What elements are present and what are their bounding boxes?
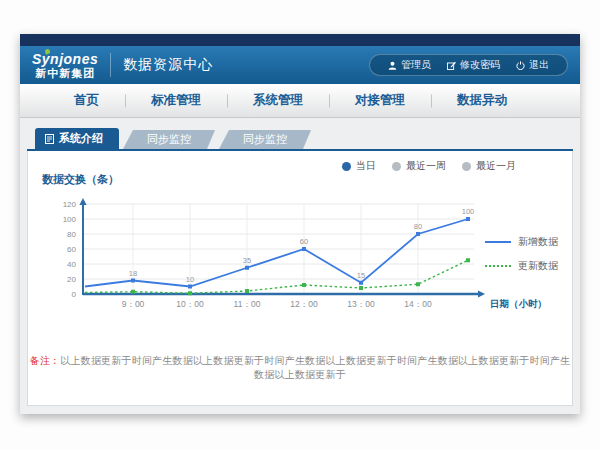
svg-text:40: 40 (67, 260, 76, 269)
app-header: Synjones 新中新集团 数据资源中心 管理员 修改密码 退出 (20, 46, 580, 84)
svg-text:20: 20 (67, 275, 76, 284)
svg-text:35: 35 (243, 256, 251, 265)
tab-sync-monitor-1[interactable]: 同步监控 (123, 130, 215, 149)
tab-label: 系统介绍 (59, 131, 103, 146)
username-label: 管理员 (401, 58, 431, 72)
chart-axes: 0204060801001209：0010：0011：0012：0013：001… (63, 198, 547, 310)
content-area: 系统介绍 同步监控 同步监控 当日 最近一周 (20, 118, 580, 414)
svg-text:15: 15 (357, 271, 365, 280)
svg-text:80: 80 (67, 230, 76, 239)
change-password-button[interactable]: 修改密码 (439, 58, 508, 72)
svg-text:10: 10 (186, 275, 194, 284)
series-line-0 (85, 219, 468, 287)
radio-label: 最近一月 (476, 159, 516, 173)
svg-text:60: 60 (67, 245, 76, 254)
svg-text:日期（小时）: 日期（小时） (490, 298, 547, 310)
logout-label: 退出 (529, 58, 549, 72)
point-labels-0: 181035601580100 (129, 207, 474, 284)
tab-label: 同步监控 (147, 132, 191, 147)
svg-text:12：00: 12：00 (290, 299, 318, 309)
radio-selected-icon (342, 162, 351, 171)
logo-subtext: 新中新集团 (35, 68, 95, 79)
legend-item-updated-data: 更新数据 (485, 259, 558, 273)
current-user[interactable]: 管理员 (380, 58, 439, 72)
legend-line-dotted-icon (485, 265, 511, 267)
nav-item-standard-mgmt[interactable]: 标准管理 (125, 92, 227, 109)
tab-label: 同步监控 (243, 132, 287, 147)
radio-today[interactable]: 当日 (342, 159, 376, 173)
chart-legend: 新增数据 更新数据 (485, 235, 558, 273)
page-title: 数据资源中心 (123, 56, 213, 74)
radio-last-week[interactable]: 最近一周 (392, 159, 446, 173)
series-line-1 (85, 260, 468, 293)
svg-text:60: 60 (300, 237, 308, 246)
svg-text:0: 0 (72, 290, 77, 299)
logout-button[interactable]: 退出 (508, 58, 557, 72)
radio-unselected-icon (462, 162, 471, 171)
tab-system-intro[interactable]: 系统介绍 (35, 128, 119, 149)
chart-grid (83, 204, 474, 294)
nav-item-data-change[interactable]: 数据异动 (431, 92, 533, 109)
svg-text:14：00: 14：00 (404, 299, 432, 309)
footnote-prefix: 备注： (30, 355, 61, 366)
app-window: Synjones 新中新集团 数据资源中心 管理员 修改密码 退出 首页 标准管… (20, 34, 580, 414)
window-top-strip (20, 34, 580, 46)
series-0 (85, 217, 470, 289)
legend-label: 更新数据 (518, 259, 558, 273)
chart-panel: 当日 最近一周 最近一月 数据交换（条） 0204060801001209：00… (27, 151, 573, 406)
logo-text: Synjones (32, 52, 98, 66)
nav-item-home[interactable]: 首页 (48, 92, 125, 109)
user-bar: 管理员 修改密码 退出 (369, 54, 568, 76)
main-nav: 首页 标准管理 系统管理 对接管理 数据异动 (20, 84, 580, 118)
time-range-filter: 当日 最近一周 最近一月 (342, 159, 516, 173)
company-logo: Synjones 新中新集团 (32, 52, 98, 79)
svg-text:10：00: 10：00 (176, 299, 204, 309)
svg-text:100: 100 (462, 207, 475, 216)
document-icon (45, 134, 54, 144)
svg-text:13：00: 13：00 (347, 299, 375, 309)
svg-text:9：00: 9：00 (122, 299, 145, 309)
radio-label: 最近一周 (406, 159, 446, 173)
svg-text:18: 18 (129, 269, 137, 278)
legend-line-solid-icon (485, 241, 511, 243)
radio-unselected-icon (392, 162, 401, 171)
footnote-text: 以上数据更新于时间产生数据以上数据更新于时间产生数据以上数据更新于时间产生数据以… (60, 355, 570, 380)
edit-icon (447, 61, 456, 70)
tab-sync-monitor-2[interactable]: 同步监控 (219, 130, 311, 149)
change-password-label: 修改密码 (460, 58, 500, 72)
radio-label: 当日 (356, 159, 376, 173)
tab-bar: 系统介绍 同步监控 同步监控 (35, 128, 573, 149)
svg-text:120: 120 (63, 200, 77, 209)
user-icon (388, 61, 397, 70)
svg-text:100: 100 (63, 215, 77, 224)
legend-item-new-data: 新增数据 (485, 235, 558, 249)
footnote: 备注：以上数据更新于时间产生数据以上数据更新于时间产生数据以上数据更新于时间产生… (28, 354, 572, 382)
y-axis-title: 数据交换（条） (42, 172, 119, 187)
nav-item-system-mgmt[interactable]: 系统管理 (227, 92, 329, 109)
power-icon (516, 61, 525, 70)
header-divider (110, 53, 111, 77)
svg-text:11：00: 11：00 (234, 299, 261, 309)
svg-text:80: 80 (414, 222, 422, 231)
legend-label: 新增数据 (518, 235, 558, 249)
nav-item-integration-mgmt[interactable]: 对接管理 (329, 92, 431, 109)
radio-last-month[interactable]: 最近一月 (462, 159, 516, 173)
